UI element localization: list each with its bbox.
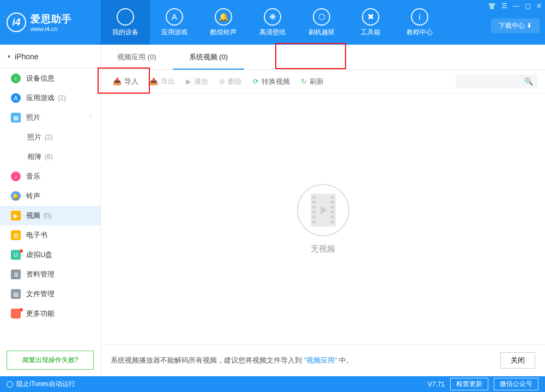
tab-system-video[interactable]: 系统视频 (0) [173,45,245,69]
sidebar-item-label: 设备信息 [26,74,55,83]
sidebar-item[interactable]: ▥电子书 [0,225,100,245]
sidebar-item-icon: i [11,74,21,83]
film-icon [297,184,349,236]
status-bar: 阻止iTunes自动运行 V7.71 检查更新 微信公众号 [0,376,545,392]
brand: i4 爱思助手 www.i4.cn [0,0,101,45]
nav-ringtones[interactable]: 🔔酷炫铃声 [199,0,248,45]
wechat-button[interactable]: 微信公众号 [494,378,538,390]
sidebar-item-icon: 🔔 [11,191,21,201]
check-update-button[interactable]: 检查更新 [450,378,488,390]
window-controls: 👕 ☰ — ▢ ✕ [488,2,542,10]
export-icon: 📤 [149,77,158,85]
minimize-icon[interactable]: — [513,2,519,10]
refresh-icon: ↻ [301,77,307,85]
empty-state: 无视频 [101,94,545,344]
hint-bar: 系统视频播放器不能解码所有视频，建议您将视频文件导入到 "视频应用" 中。 关闭 [101,344,545,376]
nav-tutorials[interactable]: i教程中心 [395,0,444,45]
sidebar-item-icon: ▶ [11,211,21,220]
toolbar: 📥导入 📤导出 ▶播放 ⊘删除 ⟳转换视频 ↻刷新 🔍 [101,70,545,94]
sidebar-item-label: 资料管理 [26,270,55,279]
nav-apps[interactable]: A应用游戏 [150,0,199,45]
sidebar: ▾ iPhone i设备信息A应用游戏(2)▦照片⌃照片(2)相簿(6)♪音乐🔔… [0,45,101,376]
box-icon: ⬡ [313,8,330,26]
menu-icon[interactable]: ☰ [501,2,507,10]
brand-subtitle: www.i4.cn [31,26,72,32]
highlight-box [275,43,346,69]
tab-bar: 视频应用 (0) 系统视频 (0) [101,45,545,70]
sidebar-item-icon: ≣ [11,270,21,279]
tools-icon: ✖ [362,8,379,26]
nav-flash[interactable]: ⬡刷机越狱 [297,0,346,45]
notification-dot-icon [20,308,23,311]
play-button: ▶播放 [181,75,213,89]
convert-button[interactable]: ⟳转换视频 [249,75,294,89]
sidebar-item[interactable]: A应用游戏(2) [0,88,100,108]
sidebar-device-header[interactable]: ▾ iPhone [0,45,100,69]
search-icon: 🔍 [524,77,533,85]
top-nav: 我的设备 A应用游戏 🔔酷炫铃声 ❋高清壁纸 ⬡刷机越狱 ✖工具箱 i教程中心 [101,0,444,45]
nav-my-device[interactable]: 我的设备 [101,0,150,45]
sidebar-item-label: 应用游戏 [26,93,55,103]
apple-icon [117,8,134,26]
close-icon[interactable]: ✕ [536,2,542,10]
sidebar-item[interactable]: 🔔铃声 [0,186,100,206]
sidebar-item-label: 文件管理 [26,289,55,299]
content: 视频应用 (0) 系统视频 (0) 📥导入 📤导出 ▶播放 ⊘删除 ⟳转换视频 … [101,45,545,376]
sidebar-item[interactable]: ▤文件管理 [0,284,100,304]
sidebar-item[interactable]: 照片(2) [0,127,100,147]
app-icon: A [166,8,183,26]
sidebar-item-label: 更多功能 [26,309,55,318]
delete-button: ⊘删除 [215,75,246,89]
import-icon: 📥 [113,77,122,85]
version-label: V7.71 [428,381,445,388]
sidebar-item-label: 音乐 [26,171,40,181]
itunes-block-toggle[interactable]: 阻止iTunes自动运行 [7,379,75,389]
hint-text: 系统视频播放器不能解码所有视频，建议您将视频文件导入到 "视频应用" 中。 [111,356,353,365]
brand-logo-icon: i4 [7,13,26,32]
sidebar-item-icon: ▥ [11,230,21,240]
sidebar-item-label: 视频 [26,211,40,220]
sidebar-item-label: 电子书 [26,230,47,240]
sidebar-item[interactable]: 相簿(6) [0,147,100,167]
caret-down-icon: ▾ [8,53,10,59]
maximize-icon[interactable]: ▢ [525,2,531,10]
refresh-button[interactable]: ↻刷新 [296,75,328,89]
sidebar-item-label: 照片 [26,113,40,122]
tshirt-icon[interactable]: 👕 [488,2,496,10]
info-icon: i [411,8,428,26]
search-input[interactable]: 🔍 [456,75,537,89]
empty-text: 无视频 [311,244,335,254]
sidebar-item[interactable]: ≣资料管理 [0,265,100,284]
download-center-button[interactable]: 下载中心 ⬇ [491,19,540,33]
sidebar-item-icon: ▦ [11,113,21,122]
app-header: i4 爱思助手 www.i4.cn 我的设备 A应用游戏 🔔酷炫铃声 ❋高清壁纸… [0,0,545,45]
tab-video-apps[interactable]: 视频应用 (0) [101,45,173,69]
help-link[interactable]: 频繁出现操作失败? [7,351,94,370]
sidebar-item[interactable]: ▦照片⌃ [0,108,100,127]
notification-dot-icon [20,249,23,253]
sidebar-item[interactable]: ⋮更多功能 [0,304,100,323]
brand-title: 爱思助手 [31,13,72,26]
sidebar-item[interactable]: ▶视频(0) [0,206,100,225]
sidebar-item-icon: ♪ [11,171,21,181]
sidebar-item-icon: ▤ [11,289,21,299]
sidebar-item-label: 铃声 [26,191,40,201]
nav-wallpapers[interactable]: ❋高清壁纸 [248,0,297,45]
sidebar-item-icon: A [11,93,21,103]
flower-icon: ❋ [264,8,281,26]
convert-icon: ⟳ [253,77,259,85]
delete-icon: ⊘ [219,77,225,85]
sidebar-item[interactable]: ♪音乐 [0,167,100,186]
sidebar-item-label: 虚拟U盘 [26,250,52,260]
sidebar-item-label: 相簿 [27,152,41,162]
play-icon: ▶ [186,77,191,85]
hint-close-button[interactable]: 关闭 [500,352,535,369]
bell-icon: 🔔 [215,8,232,26]
sidebar-item-label: 照片 [27,132,41,142]
sidebar-item[interactable]: U虚拟U盘 [0,245,100,265]
chevron-up-icon: ⌃ [88,115,93,121]
sidebar-item[interactable]: i设备信息 [0,69,100,88]
circle-icon [7,381,13,388]
nav-toolbox[interactable]: ✖工具箱 [346,0,395,45]
import-button[interactable]: 📥导入 [108,75,143,89]
